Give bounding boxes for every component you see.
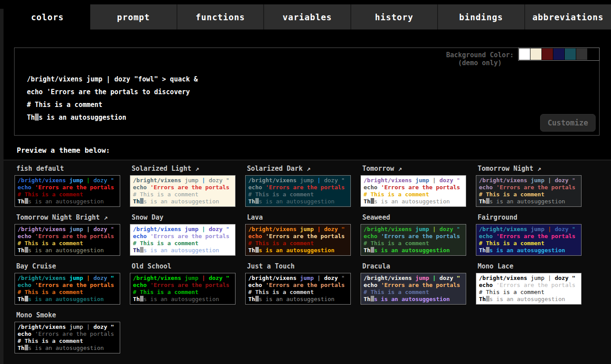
code-segment-plain: [314, 177, 317, 184]
theme-card-solarized-dark: Solarized Dark ↗/bright/vixens jump | do…: [245, 164, 351, 207]
theme-title-tomorrow[interactable]: Tomorrow ↗: [362, 165, 466, 173]
code-segment-suggestion: s is an autosuggestion: [28, 247, 104, 254]
themes-header: Preview a theme below:: [17, 146, 611, 154]
theme-sample-line-1: /bright/vixens jump | dozy ": [248, 177, 348, 184]
theme-preview-tomorrow-night[interactable]: /bright/vixens jump | dozy "echo 'Errors…: [476, 175, 582, 207]
code-segment-typed: Th: [364, 247, 371, 254]
customize-button[interactable]: Customize: [540, 114, 596, 132]
code-segment-suggestion: s is an autosuggestion: [144, 247, 219, 254]
code-segment-plain: [314, 275, 317, 281]
theme-title-solarized-light[interactable]: Solarized Light ↗: [132, 165, 236, 173]
theme-title-tomorrow-night[interactable]: Tomorrow Night ↗: [478, 165, 582, 173]
tab-history[interactable]: history: [351, 4, 438, 29]
theme-sample-line-1: /bright/vixens jump | dozy ": [133, 177, 232, 184]
theme-sample-line-2: echo 'Errors are the portals: [364, 233, 463, 240]
tab-bindings[interactable]: bindings: [438, 4, 525, 29]
tab-variables[interactable]: variables: [264, 4, 351, 29]
code-segment-plain: [545, 177, 548, 184]
code-segment-command: echo: [248, 233, 262, 239]
code-segment-path: /bright/vixens: [133, 177, 181, 184]
cursor-block: [25, 345, 28, 350]
cursor-block: [25, 198, 28, 204]
theme-preview-dracula[interactable]: /bright/vixens jump | dozy "echo 'Errors…: [361, 273, 466, 305]
theme-title-seaweed: Seaweed: [362, 213, 466, 222]
theme-sample-line-3: # This is a comment: [479, 289, 578, 296]
theme-preview-old-school[interactable]: /bright/vixens jump | dozy "echo 'Errors…: [130, 273, 236, 305]
bg-swatch-0[interactable]: [519, 48, 530, 60]
theme-preview-tomorrow[interactable]: /bright/vixens jump | dozy "echo 'Errors…: [361, 175, 466, 207]
theme-sample-line-2: echo 'Errors are the portals: [248, 184, 348, 191]
code-segment-command: echo: [248, 184, 262, 191]
theme-sample-line-4: Ths is an autosuggestion: [364, 296, 463, 303]
theme-sample-line-2: echo 'Errors are the portals: [248, 233, 348, 240]
theme-sample-line-2: echo 'Errors are the portals: [18, 184, 117, 191]
theme-title-lava: Lava: [247, 213, 351, 222]
sample-text: /bright/vixens jump | dozy "fowl" > quac…: [27, 73, 198, 124]
theme-preview-solarized-light[interactable]: /bright/vixens jump | dozy "echo 'Errors…: [130, 175, 236, 207]
sample-line-4: Ths is an autosuggestion: [27, 111, 198, 124]
bg-swatch-1[interactable]: [530, 48, 541, 60]
window-edge: [0, 9, 4, 364]
code-segment-param: jump: [184, 275, 198, 281]
theme-title-fish-default: fish default: [16, 165, 120, 173]
code-segment-plain: [493, 233, 496, 239]
theme-preview-lava[interactable]: /bright/vixens jump | dozy "echo 'Errors…: [245, 224, 351, 256]
theme-title-old-school: Old School: [132, 262, 236, 271]
theme-sample-line-2: echo 'Errors are the portals: [133, 282, 232, 289]
bg-swatch-3[interactable]: [553, 48, 564, 60]
code-segment-suggestion: s is an autosuggestion: [259, 296, 335, 302]
cursor-block: [486, 198, 490, 204]
theme-preview-solarized-dark[interactable]: /bright/vixens jump | dozy "echo 'Errors…: [245, 175, 351, 207]
code-segment-comment: # This is a comment: [18, 289, 83, 295]
code-segment-plain: [83, 324, 87, 330]
sample-line-3: # This is a comment: [27, 99, 198, 111]
theme-preview-seaweed[interactable]: /bright/vixens jump | dozy "echo 'Errors…: [361, 224, 466, 256]
theme-card-solarized-light: Solarized Light ↗/bright/vixens jump | d…: [130, 164, 236, 207]
code-segment-command: echo: [364, 282, 377, 288]
theme-sample-line-1: /bright/vixens jump | dozy ": [18, 324, 117, 331]
external-link-icon: ↗: [302, 165, 310, 173]
code-segment-param2: dozy: [439, 226, 453, 232]
code-segment-param2: dozy: [555, 275, 568, 281]
tab-functions[interactable]: functions: [177, 4, 264, 29]
external-link-icon: ↗: [394, 165, 402, 173]
cursor-block: [140, 247, 144, 253]
theme-title-solarized-dark[interactable]: Solarized Dark ↗: [247, 165, 351, 173]
theme-sample-line-3: # This is a comment: [364, 191, 463, 198]
bg-swatch-6[interactable]: [588, 48, 599, 60]
tab-colors[interactable]: colors: [4, 4, 90, 29]
cursor-block: [371, 296, 374, 301]
theme-preview-fish-default[interactable]: /bright/vixens jump | dozy "echo 'Errors…: [15, 175, 120, 207]
theme-sample-line-2: echo 'Errors are the portals: [18, 233, 117, 240]
cursor-block: [25, 296, 28, 301]
theme-sample-line-1: /bright/vixens jump | dozy ": [364, 275, 463, 282]
theme-sample-line-4: Ths is an autosuggestion: [133, 296, 232, 303]
theme-preview-fairground[interactable]: /bright/vixens jump | dozy "echo 'Errors…: [476, 224, 582, 256]
code-segment-command: echo: [18, 331, 31, 337]
tab-prompt[interactable]: prompt: [90, 4, 177, 29]
theme-preview-bay-cruise[interactable]: /bright/vixens jump | dozy "echo 'Errors…: [15, 273, 120, 305]
code-segment-quote: ": [456, 226, 460, 232]
code-segment-suggestion: s is an autosuggestion: [259, 198, 335, 205]
code-segment-param2: dozy: [439, 177, 453, 184]
code-segment-plain: [147, 282, 150, 288]
theme-preview-mono-smoke[interactable]: /bright/vixens jump | dozy "echo 'Errors…: [15, 322, 120, 353]
code-segment-comment: # This is a comment: [133, 191, 199, 198]
tab-abbreviations[interactable]: abbreviations: [525, 4, 611, 29]
theme-title-tomorrow-night-bright[interactable]: Tomorrow Night Bright ↗: [16, 213, 120, 222]
theme-preview-mono-lace[interactable]: /bright/vixens jump | dozy "echo 'Errors…: [476, 273, 582, 305]
theme-preview-snow-day[interactable]: /bright/vixens jump | dozy "echo 'Errors…: [130, 224, 236, 256]
code-segment-plain: [429, 275, 433, 281]
code-segment-param: jump: [530, 177, 544, 184]
code-segment-param: jump: [300, 275, 313, 281]
theme-preview-just-a-touch[interactable]: /bright/vixens jump | dozy "echo 'Errors…: [245, 273, 351, 305]
background-color-label: Background Color: (demo only): [446, 51, 514, 67]
bg-swatch-4[interactable]: [565, 48, 576, 60]
code-segment-suggestion: s is an autosuggestion: [374, 296, 450, 302]
bg-swatch-2[interactable]: [542, 48, 553, 60]
code-segment-suggestion: s is an autosuggestion: [28, 296, 104, 302]
theme-preview-tomorrow-night-bright[interactable]: /bright/vixens jump | dozy "echo 'Errors…: [15, 224, 120, 256]
theme-card-fairground: Fairground/bright/vixens jump | dozy "ec…: [476, 213, 582, 256]
code-segment-command: echo: [133, 282, 147, 288]
bg-swatch-5[interactable]: [576, 48, 587, 60]
